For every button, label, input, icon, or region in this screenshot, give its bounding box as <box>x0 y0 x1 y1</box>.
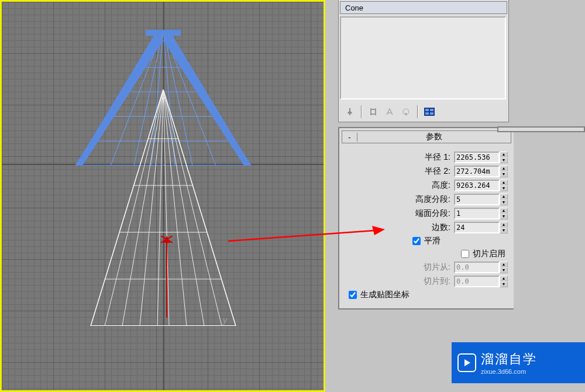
slice-on-row: 切片启用 <box>345 249 508 259</box>
watermark-url: zixue.3d66.com <box>481 368 537 375</box>
height-segs-row: 高度分段: ▲▼ <box>345 194 508 205</box>
radius2-row: 半径 2: ▲▼ <box>345 166 508 177</box>
gen-mapping-checkbox[interactable] <box>349 291 357 299</box>
object-name-row[interactable]: Cone <box>340 1 507 14</box>
slice-from-input <box>454 262 500 273</box>
spin-up[interactable]: ▲ <box>500 166 508 171</box>
transform-gizmo[interactable] <box>161 236 173 318</box>
svg-marker-38 <box>372 226 385 235</box>
slice-to-label: 切片到: <box>424 276 450 287</box>
pin-stack-button[interactable] <box>342 104 357 119</box>
rollup-collapse-toggle[interactable]: - <box>342 133 357 142</box>
annotation-arrow <box>228 226 386 243</box>
spin-up[interactable]: ▲ <box>500 180 508 185</box>
radius2-label: 半径 2: <box>425 166 450 177</box>
spin-down[interactable]: ▼ <box>500 185 508 191</box>
radius1-row: 半径 1: ▲▼ <box>345 152 508 163</box>
spin-up[interactable]: ▲ <box>500 222 508 228</box>
spin-down[interactable]: ▼ <box>500 214 508 219</box>
spin-up[interactable]: ▲ <box>500 208 508 214</box>
height-row: 高度: ▲▼ <box>345 180 508 191</box>
remove-modifier-button[interactable] <box>398 104 414 119</box>
panel-divider <box>497 126 585 132</box>
svg-point-31 <box>405 113 407 115</box>
svg-rect-35 <box>425 112 429 115</box>
slice-from-row: 切片从: ▲▼ <box>345 262 508 273</box>
watermark-title: 溜溜自学 <box>481 350 537 368</box>
modifier-toolbar <box>340 103 506 121</box>
spin-down[interactable]: ▼ <box>500 228 508 233</box>
cap-segs-label: 端面分段: <box>415 208 450 219</box>
smooth-label: 平滑 <box>424 236 441 246</box>
play-icon <box>457 353 476 372</box>
svg-marker-39 <box>464 359 470 366</box>
gen-mapping-label: 生成贴图坐标 <box>360 290 410 300</box>
height-input[interactable] <box>454 180 500 191</box>
modifier-stack-panel: Cone <box>338 0 509 122</box>
cap-segs-input[interactable] <box>454 208 500 219</box>
spin-down: ▼ <box>500 281 508 287</box>
toolbar-separator <box>361 105 362 118</box>
svg-line-20 <box>105 90 163 326</box>
spin-down[interactable]: ▼ <box>500 157 508 163</box>
spin-up[interactable]: ▲ <box>500 152 508 157</box>
radius1-input[interactable] <box>454 152 500 163</box>
gen-mapping-row: 生成贴图坐标 <box>345 290 508 300</box>
command-panel: Cone <box>325 0 585 392</box>
svg-line-37 <box>228 231 374 241</box>
watermark-badge: 溜溜自学 zixue.3d66.com <box>452 342 585 383</box>
svg-line-13 <box>122 90 163 326</box>
make-unique-button[interactable] <box>382 104 397 119</box>
slice-from-label: 切片从: <box>424 262 450 273</box>
spin-down: ▼ <box>500 267 508 273</box>
spin-up: ▲ <box>500 262 508 267</box>
spin-down[interactable]: ▼ <box>500 200 508 205</box>
svg-rect-36 <box>430 112 433 115</box>
slice-to-input <box>454 276 500 287</box>
rollup-title: 参数 <box>357 132 511 142</box>
modifier-stack-list[interactable] <box>340 16 506 99</box>
spin-up[interactable]: ▲ <box>500 194 508 200</box>
smooth-checkbox[interactable] <box>412 237 421 245</box>
height-segs-input[interactable] <box>454 194 500 205</box>
configure-modifier-sets-button[interactable] <box>422 104 437 119</box>
radius1-label: 半径 1: <box>425 152 450 163</box>
radius2-input[interactable] <box>454 166 500 177</box>
toolbar-separator <box>417 105 418 118</box>
sides-label: 边数: <box>432 222 450 233</box>
viewport-panel[interactable]: y <box>0 0 325 392</box>
svg-line-14 <box>140 90 163 326</box>
spin-down[interactable]: ▼ <box>500 171 508 177</box>
show-end-result-button[interactable] <box>366 104 381 119</box>
rollup-header[interactable]: - 参数 <box>342 130 511 143</box>
cap-segs-row: 端面分段: ▲▼ <box>345 208 508 219</box>
slice-on-label: 切片启用 <box>473 249 505 259</box>
slice-on-checkbox[interactable] <box>461 250 469 258</box>
slice-to-row: 切片到: ▲▼ <box>345 276 508 287</box>
height-label: 高度: <box>432 180 450 191</box>
height-segs-label: 高度分段: <box>415 194 450 205</box>
spin-up: ▲ <box>500 276 508 281</box>
svg-rect-34 <box>430 109 433 111</box>
parameters-rollup: - 参数 半径 1: ▲▼ 半径 2: ▲▼ <box>338 127 514 310</box>
svg-rect-33 <box>425 109 429 111</box>
sides-input[interactable] <box>454 222 500 233</box>
object-type-label: Cone <box>340 4 368 12</box>
